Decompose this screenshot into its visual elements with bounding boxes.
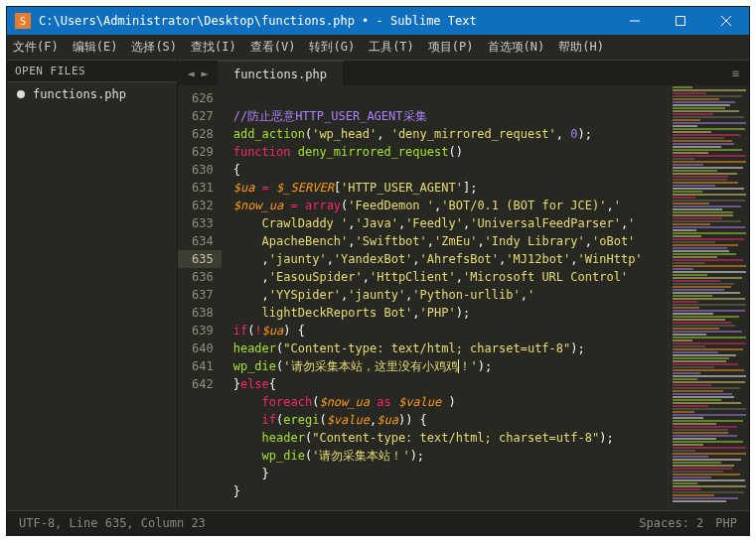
- editor-column: ◄ ► functions.php ≡ 62662762862963063163…: [178, 60, 749, 510]
- status-bar: UTF-8, Line 635, Column 23 Spaces: 2 PHP: [7, 510, 749, 535]
- window-controls: [612, 7, 749, 35]
- minimize-button[interactable]: [612, 7, 658, 35]
- code-line[interactable]: add_action('wp_head', 'deny_mirrored_req…: [233, 125, 664, 143]
- menu-bar: 文件(F)编辑(E)选择(S)查找(I)查看(V)转到(G)工具(T)项目(P)…: [7, 35, 749, 60]
- menu-item[interactable]: 帮助(H): [558, 39, 604, 56]
- menu-item[interactable]: 首选项(N): [488, 39, 545, 56]
- menu-item[interactable]: 转到(G): [309, 39, 355, 56]
- code-line[interactable]: wp_die('请勿采集本站，这里没有小鸡鸡！');: [233, 357, 664, 375]
- editor[interactable]: 6266276286296306316326336346356366376386…: [178, 85, 749, 510]
- line-number[interactable]: 629: [192, 143, 214, 161]
- menu-item[interactable]: 工具(T): [369, 39, 414, 56]
- maximize-button[interactable]: [658, 7, 703, 35]
- code-line[interactable]: header("Content-type: text/html; charset…: [233, 429, 664, 447]
- tab-bar: ◄ ► functions.php ≡: [178, 60, 749, 85]
- line-number[interactable]: 640: [192, 339, 214, 357]
- tab-menu-icon[interactable]: ≡: [722, 67, 749, 80]
- menu-item[interactable]: 文件(F): [13, 39, 59, 56]
- code-line[interactable]: }: [233, 482, 664, 500]
- line-number[interactable]: 630: [192, 161, 214, 179]
- code-area[interactable]: //防止恶意HTTP_USER_AGENT采集add_action('wp_he…: [222, 85, 668, 510]
- forward-icon[interactable]: ►: [198, 65, 212, 82]
- code-line[interactable]: wp_die('请勿采集本站！');: [233, 447, 664, 465]
- code-line[interactable]: //防止恶意HTTP_USER_AGENT采集: [233, 107, 664, 125]
- code-line[interactable]: if(!$ua) {: [233, 322, 664, 339]
- line-number[interactable]: 638: [192, 304, 214, 322]
- code-line[interactable]: {: [233, 161, 664, 179]
- line-number[interactable]: 634: [192, 232, 214, 250]
- code-line[interactable]: ,'EasouSpider','HttpClient','Microsoft U…: [233, 268, 664, 286]
- code-line[interactable]: header("Content-type: text/html; charset…: [233, 339, 664, 357]
- tab-history-arrows: ◄ ►: [178, 65, 218, 82]
- code-line[interactable]: $now_ua = array('FeedDemon ','BOT/0.1 (B…: [233, 197, 664, 214]
- svg-rect-1: [677, 17, 685, 26]
- back-icon[interactable]: ◄: [184, 65, 198, 82]
- status-language[interactable]: PHP: [715, 516, 737, 530]
- code-line[interactable]: lightDeckReports Bot','PHP');: [233, 304, 664, 322]
- menu-item[interactable]: 查看(V): [250, 39, 296, 56]
- code-line[interactable]: }: [233, 465, 664, 482]
- code-line[interactable]: ApacheBench','Swiftbot','ZmEu','Indy Lib…: [233, 232, 664, 250]
- status-encoding[interactable]: UTF-8, Line 635, Column 23: [19, 516, 206, 530]
- line-number[interactable]: 633: [192, 214, 214, 232]
- menu-item[interactable]: 编辑(E): [73, 39, 118, 56]
- line-number[interactable]: 641: [192, 357, 214, 375]
- line-number[interactable]: 627: [192, 107, 214, 125]
- code-line[interactable]: [233, 89, 664, 107]
- open-file-item[interactable]: functions.php: [7, 82, 177, 106]
- open-file-label: functions.php: [33, 87, 126, 101]
- line-number[interactable]: 626: [192, 89, 214, 107]
- code-line[interactable]: function deny_mirrored_request(): [233, 143, 664, 161]
- code-line[interactable]: foreach($now_ua as $value ): [233, 393, 664, 411]
- open-files-header: OPEN FILES: [7, 60, 177, 82]
- line-number[interactable]: 628: [192, 125, 214, 143]
- editor-body-row: OPEN FILES functions.php ◄ ► functions.p…: [7, 60, 749, 510]
- minimap[interactable]: [668, 85, 749, 510]
- line-number[interactable]: 642: [192, 375, 214, 393]
- line-number[interactable]: 631: [192, 179, 214, 197]
- code-line[interactable]: $ua = $_SERVER['HTTP_USER_AGENT'];: [233, 179, 664, 197]
- line-gutter[interactable]: 6266276286296306316326336346356366376386…: [178, 85, 222, 510]
- code-line[interactable]: if(eregi($value,$ua)) {: [233, 411, 664, 429]
- menu-item[interactable]: 项目(P): [428, 39, 474, 56]
- status-spaces[interactable]: Spaces: 2: [639, 516, 703, 530]
- app-icon: S: [15, 13, 31, 29]
- menu-item[interactable]: 选择(S): [131, 39, 177, 56]
- line-number[interactable]: 636: [192, 268, 214, 286]
- code-line[interactable]: }else{: [233, 375, 664, 393]
- code-line[interactable]: ,'jaunty','YandexBot','AhrefsBot','MJ12b…: [233, 250, 664, 268]
- line-number[interactable]: 637: [192, 286, 214, 304]
- tab-label: functions.php: [233, 68, 327, 81]
- sidebar: OPEN FILES functions.php: [7, 60, 178, 510]
- close-button[interactable]: [703, 7, 749, 35]
- code-line[interactable]: ,'YYSpider','jaunty','Python-urllib',': [233, 286, 664, 304]
- app-window: S C:\Users\Administrator\Desktop\functio…: [6, 6, 750, 536]
- line-number[interactable]: 635: [178, 250, 222, 268]
- menu-item[interactable]: 查找(I): [191, 39, 236, 56]
- line-number[interactable]: 639: [192, 322, 214, 339]
- editor-tab[interactable]: functions.php: [218, 61, 344, 86]
- code-line[interactable]: CrawlDaddy ','Java','Feedly','UniversalF…: [233, 214, 664, 232]
- line-number[interactable]: 632: [192, 197, 214, 214]
- window-title: C:\Users\Administrator\Desktop\functions…: [39, 14, 612, 28]
- title-bar: S C:\Users\Administrator\Desktop\functio…: [7, 7, 749, 35]
